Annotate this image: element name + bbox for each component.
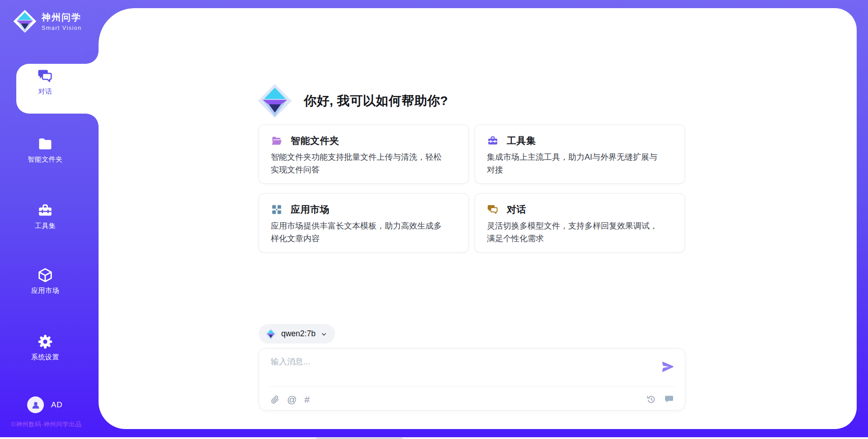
composer: @ #	[259, 348, 685, 410]
attach-button[interactable]	[270, 395, 279, 404]
sidebar-item-label: 应用市场	[31, 286, 59, 295]
history-button[interactable]	[646, 395, 656, 404]
card-title: 应用市场	[291, 203, 330, 216]
chat-duo-icon	[37, 68, 53, 84]
user-initials: AD	[51, 401, 63, 410]
copyright-text: ©神州数码·神州问学出品	[0, 420, 93, 429]
greeting-diamond-icon	[257, 83, 293, 119]
card-app-market[interactable]: 应用市场 应用市场提供丰富长文本模板，助力高效生成多样化文章内容	[259, 193, 469, 253]
composer-divider	[268, 387, 676, 387]
card-description: 集成市场上主流工具，助力AI与外界无缝扩展与对接	[487, 151, 664, 176]
toolbox-icon	[487, 135, 499, 147]
feature-cards: 智能文件夹 智能文件夹功能支持批量文件上传与清洗，轻松实现文件问答	[259, 124, 685, 253]
chat-duo-icon	[487, 204, 499, 215]
app-window: 神州问学 Smart Vision 对话	[0, 0, 868, 439]
card-title: 工具集	[507, 134, 536, 147]
card-header: 应用市场	[271, 203, 457, 216]
brand-diamond-icon	[13, 9, 37, 33]
send-button[interactable]	[661, 360, 675, 374]
user-chip[interactable]: AD	[27, 396, 63, 413]
card-header: 智能文件夹	[271, 134, 457, 147]
sidebar-item-label: 系统设置	[31, 353, 59, 362]
sidebar-item-chat[interactable]: 对话	[16, 68, 74, 96]
sidebar-item-label: 对话	[38, 87, 52, 96]
card-description: 应用市场提供丰富长文本模板，助力高效生成多样化文章内容	[271, 220, 448, 245]
card-title: 智能文件夹	[291, 134, 340, 147]
brand-text: 神州问学 Smart Vision	[42, 11, 82, 31]
model-diamond-icon	[265, 328, 277, 340]
sidebar-item-smart-folder[interactable]: 智能文件夹	[16, 136, 74, 164]
toolbox-icon	[37, 202, 53, 219]
card-description: 智能文件夹功能支持批量文件上传与清洗，轻松实现文件问答	[271, 151, 448, 176]
sidebar-item-settings[interactable]: 系统设置	[16, 334, 74, 362]
greeting: 你好, 我可以如何帮助你?	[257, 76, 448, 126]
brand: 神州问学 Smart Vision	[13, 9, 82, 33]
paperclip-icon	[270, 395, 279, 404]
pixel-grid-icon	[271, 204, 283, 215]
sidebar-item-toolset[interactable]: 工具集	[16, 202, 74, 230]
main-panel: 你好, 我可以如何帮助你? 智能文件夹 智能文件夹功能支持批量文件上传与清洗，轻…	[99, 8, 857, 429]
hash-button[interactable]: #	[304, 395, 310, 404]
card-chat[interactable]: 对话 灵活切换多模型文件，支持多样回复效果调试，满足个性化需求	[475, 193, 685, 253]
card-description: 灵活切换多模型文件，支持多样回复效果调试，满足个性化需求	[487, 220, 664, 245]
folder-icon	[37, 136, 53, 152]
gear-icon	[37, 334, 53, 350]
card-title: 对话	[507, 203, 526, 216]
active-tab-fillet-top	[86, 51, 99, 64]
feedback-button[interactable]	[664, 394, 674, 404]
sidebar-item-label: 工具集	[35, 222, 56, 230]
mention-button[interactable]: @	[287, 395, 297, 404]
chevron-down-icon	[320, 329, 328, 338]
card-header: 对话	[487, 203, 673, 216]
cube-icon	[37, 267, 53, 283]
model-selector[interactable]: qwen2:7b	[259, 324, 335, 344]
brand-subtitle: Smart Vision	[42, 25, 82, 31]
history-icon	[646, 395, 656, 404]
window-edge	[0, 437, 868, 439]
sidebar: 神州问学 Smart Vision 对话	[0, 0, 99, 439]
message-input[interactable]	[271, 356, 655, 382]
chat-bubble-icon	[664, 394, 674, 404]
composer-tools-right	[646, 394, 674, 404]
brand-name: 神州问学	[42, 11, 82, 24]
card-smart-folder[interactable]: 智能文件夹 智能文件夹功能支持批量文件上传与清洗，轻松实现文件问答	[259, 124, 469, 184]
avatar	[27, 396, 44, 413]
card-header: 工具集	[487, 134, 673, 147]
folder-open-icon	[271, 135, 283, 147]
send-icon	[661, 360, 675, 374]
sidebar-item-app-market[interactable]: 应用市场	[16, 267, 74, 295]
sidebar-item-label: 智能文件夹	[28, 155, 63, 164]
person-icon	[31, 400, 41, 410]
card-toolset[interactable]: 工具集 集成市场上主流工具，助力AI与外界无缝扩展与对接	[475, 124, 685, 184]
composer-tools-left: @ #	[270, 395, 310, 404]
active-tab-fillet-bottom	[86, 114, 99, 126]
model-name: qwen2:7b	[281, 329, 316, 339]
greeting-title: 你好, 我可以如何帮助你?	[304, 92, 448, 110]
